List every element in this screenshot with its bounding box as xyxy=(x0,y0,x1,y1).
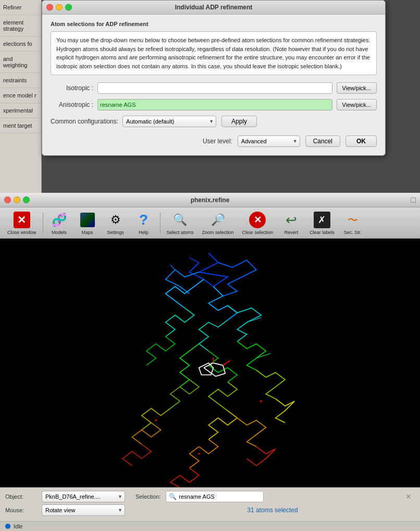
bg-item-elections: elections fo xyxy=(0,36,41,52)
svg-line-9 xyxy=(216,374,225,377)
ok-button[interactable]: OK xyxy=(345,135,377,147)
clear-labels-label: Clear labels xyxy=(310,230,335,235)
bg-item-strategy: element strategy xyxy=(0,15,41,36)
close-window-label: Close window xyxy=(7,230,36,235)
refine-window-controls xyxy=(4,196,30,203)
config-select-wrapper: Automatic (default) All isotropic All an… xyxy=(122,116,216,127)
refine-close-btn[interactable] xyxy=(4,196,11,203)
clear-labels-toolbar-item[interactable]: ✗ Clear labels xyxy=(306,209,338,236)
maps-toolbar-item[interactable]: Maps xyxy=(75,209,101,236)
selection-label: Selection: xyxy=(135,493,160,500)
refine-max-btn[interactable] xyxy=(23,196,30,203)
clear-selection-label: Clear selection xyxy=(242,230,274,235)
refine-window: phenix.refine □ ✕ Close window 🧬 Models … xyxy=(0,193,420,531)
dialog-close-btn[interactable] xyxy=(46,4,53,11)
svg-line-7 xyxy=(213,363,223,366)
adp-refinement-dialog: Individual ADP refinement Atom selection… xyxy=(42,0,386,156)
bg-item-ence: ence model r xyxy=(0,88,41,103)
collapse-icon[interactable]: □ xyxy=(411,195,416,205)
svg-line-12 xyxy=(223,361,230,365)
bg-item-target: ment target xyxy=(0,118,41,133)
background-app: Refiner element strategy elections fo an… xyxy=(0,0,42,198)
bg-item-refiner: Refiner xyxy=(0,0,41,15)
mouse-row: Mouse: Rotate view ▼ 31 atoms selected xyxy=(5,504,415,516)
clear-selection-toolbar-item[interactable]: ✕ Clear selection xyxy=(239,209,277,236)
settings-icon: ⚙ xyxy=(106,211,125,229)
select-atoms-label: Select atoms xyxy=(167,230,194,235)
zoom-selection-toolbar-item[interactable]: 🔎 Zoom selection xyxy=(199,209,237,236)
sec-str-toolbar-item[interactable]: 〜 Sec. Str. xyxy=(340,209,366,236)
object-row: Object: PknB_D76A_refine.... ▼ Selection… xyxy=(5,491,415,502)
isotropic-input[interactable] xyxy=(97,82,332,94)
maps-icon xyxy=(78,211,97,229)
status-dot-icon xyxy=(5,524,10,529)
anisotropic-row: Anisotropic : View/pick... xyxy=(51,99,377,110)
info-text: You may use the drop-down menu below to … xyxy=(51,31,377,75)
isotropic-row: Isotropic : View/pick... xyxy=(51,82,377,94)
svg-point-13 xyxy=(198,453,200,455)
selection-input[interactable] xyxy=(166,491,264,502)
bg-item-experimental: xperimental xyxy=(0,103,41,118)
toolbar: ✕ Close window 🧬 Models Maps ⚙ Settings … xyxy=(0,207,420,239)
dialog-titlebar: Individual ADP refinement xyxy=(42,1,385,15)
molecule-viewer[interactable] xyxy=(0,239,420,487)
common-config-label: Common configurations: xyxy=(51,118,118,125)
svg-point-14 xyxy=(260,400,262,402)
selection-clear-icon[interactable]: ✕ xyxy=(405,492,412,501)
help-icon: ? xyxy=(134,211,153,229)
models-label: Models xyxy=(52,230,67,235)
close-window-toolbar-item[interactable]: ✕ Close window xyxy=(4,209,40,236)
object-label: Object: xyxy=(5,493,36,500)
window-controls xyxy=(46,4,72,11)
level-select[interactable]: Advanced Basic Expert xyxy=(238,135,300,147)
apply-button[interactable]: Apply xyxy=(221,116,257,127)
close-window-icon: ✕ xyxy=(13,211,31,229)
isotropic-view-pick-button[interactable]: View/pick... xyxy=(337,82,377,94)
refine-min-btn[interactable] xyxy=(14,196,20,203)
clear-labels-icon: ✗ xyxy=(313,211,331,229)
toolbar-separator-2 xyxy=(160,213,160,233)
isotropic-label: Isotropic : xyxy=(51,84,97,92)
dialog-title: Individual ADP refinement xyxy=(175,4,253,11)
object-select-wrapper: PknB_D76A_refine.... ▼ xyxy=(42,491,125,502)
common-config-row: Common configurations: Automatic (defaul… xyxy=(51,116,377,127)
mouse-label: Mouse: xyxy=(5,507,36,513)
dialog-min-btn[interactable] xyxy=(56,4,63,11)
user-level-row: User level: Advanced Basic Expert ▼ Canc… xyxy=(51,135,377,147)
help-toolbar-item[interactable]: ? Help xyxy=(131,209,157,236)
svg-line-6 xyxy=(204,363,213,368)
sec-str-icon: 〜 xyxy=(343,211,362,229)
status-bar: Idle xyxy=(0,521,420,531)
config-select[interactable]: Automatic (default) All isotropic All an… xyxy=(122,116,216,127)
atoms-selected-text: 31 atoms selected xyxy=(130,505,415,515)
clear-selection-icon: ✕ xyxy=(248,211,267,229)
maps-label: Maps xyxy=(82,230,93,235)
bottom-bar: Object: PknB_D76A_refine.... ▼ Selection… xyxy=(0,487,420,521)
anisotropic-view-pick-button[interactable]: View/pick... xyxy=(337,99,377,110)
level-select-wrapper: Advanced Basic Expert ▼ xyxy=(238,135,300,147)
svg-line-4 xyxy=(256,353,271,358)
settings-label: Settings xyxy=(107,230,124,235)
zoom-selection-icon: 🔎 xyxy=(208,211,227,229)
refine-title: phenix.refine xyxy=(191,196,230,204)
mouse-select-wrapper: Rotate view ▼ xyxy=(42,504,125,516)
anisotropic-input[interactable] xyxy=(97,99,332,110)
svg-line-2 xyxy=(170,265,175,269)
dialog-max-btn[interactable] xyxy=(65,4,72,11)
models-toolbar-item[interactable]: 🧬 Models xyxy=(46,209,72,236)
mouse-select[interactable]: Rotate view xyxy=(42,504,125,516)
select-atoms-toolbar-item[interactable]: 🔍 Select atoms xyxy=(164,209,197,236)
settings-toolbar-item[interactable]: ⚙ Settings xyxy=(103,209,129,236)
status-text: Idle xyxy=(14,523,23,529)
selection-wrapper: 🔍 ✕ xyxy=(166,491,415,502)
revert-label: Revert xyxy=(285,230,299,235)
svg-line-0 xyxy=(190,258,199,263)
toolbar-separator-1 xyxy=(43,213,43,233)
object-select[interactable]: PknB_D76A_refine.... xyxy=(42,491,125,502)
svg-point-15 xyxy=(155,419,157,422)
revert-toolbar-item[interactable]: ↩ Revert xyxy=(278,209,304,236)
bg-item-restraints: restraints xyxy=(0,73,41,88)
svg-line-1 xyxy=(232,263,242,267)
section-title: Atom selections for ADP refinement xyxy=(51,21,377,27)
cancel-button[interactable]: Cancel xyxy=(305,135,340,147)
